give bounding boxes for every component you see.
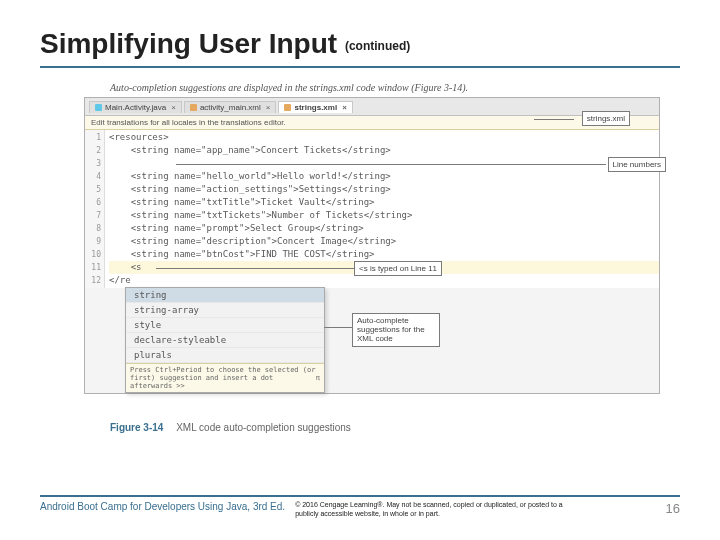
line-number: 1 [85,131,101,144]
line-number-gutter: 1 2 3 4 5 6 7 8 9 10 11 12 [85,130,105,288]
ide-editor: Main.Activity.java × activity_main.xml ×… [84,97,660,394]
line-number: 5 [85,183,101,196]
callout-typed: <s is typed on Line 11 [354,261,442,276]
figure-number: Figure 3-14 [110,422,163,433]
callout-line [324,327,352,328]
code-line: <string name="txtTickets">Number of Tick… [109,209,659,222]
line-number: 7 [85,209,101,222]
autocomplete-item[interactable]: style [126,318,324,333]
autocomplete-popup[interactable]: string string-array style declare-stylea… [125,287,325,393]
editor-tab-bar: Main.Activity.java × activity_main.xml ×… [85,98,659,116]
line-number: 12 [85,274,101,287]
callout-line [534,119,574,120]
xml-file-icon [284,104,291,111]
close-icon[interactable]: × [171,103,176,112]
callout-autocomplete: Auto-complete suggestions for the XML co… [352,313,440,347]
slide-title: Simplifying User Input (continued) [0,0,720,62]
code-line: <string name="app_name">Concert Tickets<… [109,144,659,157]
tab-strings-xml[interactable]: strings.xml × [278,101,352,113]
callout-line [176,164,606,165]
callout-filename: strings.xml [582,111,630,126]
close-icon[interactable]: × [266,103,271,112]
slide-footer: Android Boot Camp for Developers Using J… [40,495,680,518]
java-file-icon [95,104,102,111]
callout-line [156,268,354,269]
code-line: <string name="hello_world">Hello world!<… [109,170,659,183]
line-number: 11 [85,261,101,274]
line-number: 10 [85,248,101,261]
autocomplete-item[interactable]: declare-styleable [126,333,324,348]
pi-icon: π [316,374,320,382]
hint-text: Press Ctrl+Period to choose the selected… [130,366,316,390]
code-line: <string name="action_settings">Settings<… [109,183,659,196]
line-number: 2 [85,144,101,157]
code-line: <string name="description">Concert Image… [109,235,659,248]
code-line: <string name="txtTitle">Ticket Vault</st… [109,196,659,209]
line-number: 3 [85,157,101,170]
line-number: 4 [85,170,101,183]
tab-label: Main.Activity.java [105,103,166,112]
close-icon[interactable]: × [342,103,347,112]
title-continued: (continued) [345,39,410,53]
xml-file-icon [190,104,197,111]
code-line: <string name="prompt">Select Group</stri… [109,222,659,235]
figure-caption-text: XML code auto-completion suggestions [176,422,351,433]
callout-line-numbers: Line numbers [608,157,666,172]
tab-main-activity[interactable]: Main.Activity.java × [89,101,182,113]
tab-activity-main-xml[interactable]: activity_main.xml × [184,101,277,113]
autocomplete-item[interactable]: string-array [126,303,324,318]
figure-intro-text: Auto-completion suggestions are displaye… [110,82,720,93]
code-line: <resources> [109,131,659,144]
book-title: Android Boot Camp for Developers Using J… [40,501,285,512]
autocomplete-item[interactable]: string [126,288,324,303]
line-number: 8 [85,222,101,235]
copyright-text: © 2016 Cengage Learning®. May not be sca… [295,501,565,518]
figure-caption: Figure 3-14 XML code auto-completion sug… [110,422,720,433]
code-line: <string name="btnCost">FIND THE COST</st… [109,248,659,261]
tab-label: strings.xml [294,103,337,112]
autocomplete-hint: Press Ctrl+Period to choose the selected… [126,363,324,392]
line-number: 6 [85,196,101,209]
autocomplete-item[interactable]: plurals [126,348,324,363]
title-text: Simplifying User Input [40,28,337,59]
tab-label: activity_main.xml [200,103,261,112]
page-number: 16 [666,501,680,516]
line-number: 9 [85,235,101,248]
title-underline [40,66,680,68]
